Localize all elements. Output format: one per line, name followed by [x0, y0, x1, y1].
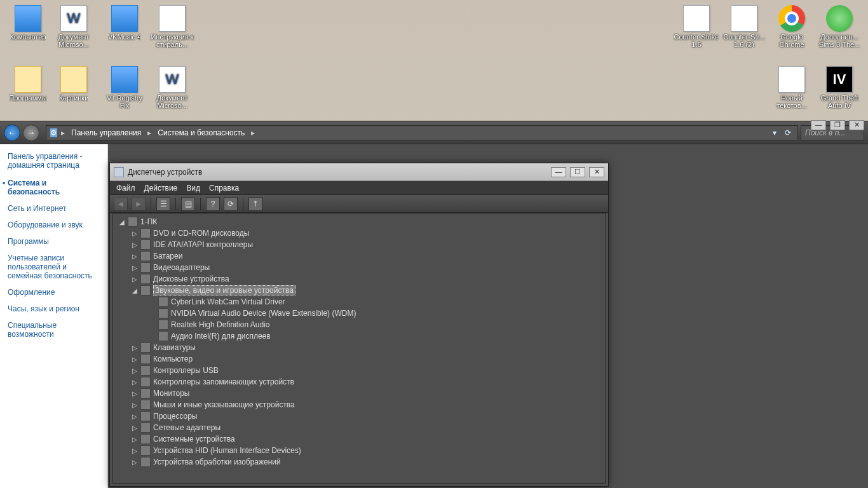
desktop-icon[interactable]: WДокумент Microso...: [149, 66, 195, 109]
toolbtn-show-hidden[interactable]: ☰: [156, 197, 170, 211]
close-button[interactable]: ✕: [589, 167, 604, 177]
expand-toggle-icon[interactable]: ▷: [131, 253, 138, 260]
expand-toggle-icon[interactable]: ▷: [131, 402, 138, 409]
desktop[interactable]: КомпьютерWДокумент Microso...VKMusic 4Ин…: [0, 0, 868, 488]
tree-item-label: Устройства HID (Human Interface Devices): [153, 446, 301, 455]
sidebar-item[interactable]: Часы, язык и регион: [0, 301, 107, 317]
device-category[interactable]: ▷IDE ATA/ATAPI контроллеры: [113, 239, 605, 250]
desktop-icon[interactable]: WДокумент Microso...: [51, 5, 97, 48]
desktop-icon[interactable]: Картинки: [51, 66, 97, 102]
device-category[interactable]: ▷Видеоадаптеры: [113, 262, 605, 273]
breadcrumb-history-dropdown[interactable]: ▾: [771, 128, 778, 137]
expand-toggle-icon[interactable]: ▷: [131, 230, 138, 237]
menu-action[interactable]: Действие: [144, 184, 178, 193]
desktop-icon[interactable]: Инструкция к стираль...: [149, 5, 195, 48]
breadcrumb-part-1[interactable]: Система и безопасность: [155, 127, 247, 139]
menu-help[interactable]: Справка: [209, 184, 239, 193]
expand-toggle-icon[interactable]: ▷: [131, 356, 138, 363]
expand-toggle-icon[interactable]: ▷: [131, 344, 138, 351]
device-item[interactable]: CyberLink WebCam Virtual Driver: [113, 296, 605, 308]
device-category[interactable]: ▷Дисковые устройства: [113, 273, 605, 285]
nav-forward-button[interactable]: →: [23, 125, 39, 141]
close-button[interactable]: ✕: [849, 120, 864, 130]
desktop-icon[interactable]: Counter-Str... 1.6 (2): [721, 5, 767, 48]
toolbtn-update-driver[interactable]: ⤒: [248, 197, 262, 211]
device-category[interactable]: ▷DVD и CD-ROM дисководы: [113, 227, 605, 239]
desktop-icon[interactable]: Google Chrome: [769, 5, 815, 48]
refresh-button[interactable]: ⟳: [782, 127, 794, 139]
device-tree[interactable]: ◢1-ПК▷DVD и CD-ROM дисководы▷IDE ATA/ATA…: [112, 213, 606, 484]
device-category[interactable]: ▷Батареи: [113, 250, 605, 262]
device-category[interactable]: ▷Процессоры: [113, 410, 605, 422]
desktop-icon[interactable]: Дополнен... Sims 3 The...: [817, 5, 862, 48]
expand-toggle-icon[interactable]: ▷: [131, 459, 138, 466]
device-category[interactable]: ▷Компьютер: [113, 353, 605, 365]
expand-toggle-icon[interactable]: ▷: [131, 367, 138, 374]
desktop-icon[interactable]: IVGrand Theft Auto IV: [817, 66, 862, 109]
sidebar-item[interactable]: Программы: [0, 233, 107, 250]
device-icon: [158, 297, 168, 307]
desktop-icon[interactable]: Компьютер: [5, 5, 51, 41]
expand-toggle-icon[interactable]: ◢: [118, 219, 125, 226]
expand-toggle-icon[interactable]: ▷: [131, 241, 138, 248]
sidebar-item[interactable]: Оборудование и звук: [0, 217, 107, 233]
breadcrumb-part-0[interactable]: Панель управления: [69, 127, 144, 139]
device-manager-titlebar[interactable]: Диспетчер устройств — ☐ ✕: [110, 163, 608, 181]
sidebar-item[interactable]: Сеть и Интернет: [0, 200, 107, 217]
sidebar-item[interactable]: Оформление: [0, 284, 107, 301]
expand-toggle-icon[interactable]: ▷: [131, 424, 138, 431]
expand-toggle-icon[interactable]: ▷: [131, 413, 138, 420]
device-manager-toolbar: ◄ ► ☰ ▤ ? ⟳ ⤒: [110, 195, 608, 213]
expand-toggle-icon[interactable]: ▷: [131, 276, 138, 283]
tree-item-label: Контроллеры USB: [153, 366, 219, 375]
restore-button[interactable]: ❐: [830, 120, 845, 130]
device-icon: [140, 285, 151, 295]
device-root[interactable]: ◢1-ПК: [113, 216, 605, 227]
app-icon: IV: [826, 66, 853, 93]
tree-item-label: Компьютер: [153, 355, 193, 363]
expand-toggle-icon[interactable]: ▷: [131, 436, 138, 443]
breadcrumb[interactable]: ⚙ ▸ Панель управления ▸ Система и безопа…: [46, 125, 798, 140]
tree-item-label: Мыши и иные указывающие устройства: [153, 400, 295, 409]
expand-toggle-icon[interactable]: ▷: [131, 447, 138, 454]
device-category[interactable]: ▷Сетевые адаптеры: [113, 422, 605, 433]
device-item[interactable]: Realtek High Definition Audio: [113, 319, 605, 330]
sidebar-item[interactable]: Учетные записи пользователей и семейная …: [0, 250, 107, 284]
device-category[interactable]: ▷Системные устройства: [113, 433, 605, 445]
device-category[interactable]: ◢Звуковые, видео и игровые устройства: [113, 285, 605, 296]
toolbtn-scan-hardware[interactable]: ⟳: [224, 197, 238, 211]
menu-view[interactable]: Вид: [186, 184, 200, 193]
desktop-icon[interactable]: Программы: [5, 66, 51, 102]
maximize-button[interactable]: ☐: [570, 167, 585, 177]
control-panel-home-link[interactable]: Панель управления - домашняя страница: [0, 144, 107, 175]
desktop-icon[interactable]: Counter-Strike 1.6: [674, 5, 719, 48]
device-category[interactable]: ▷Контроллеры USB: [113, 365, 605, 376]
tree-item-label: Сетевые адаптеры: [153, 423, 220, 432]
desktop-icon-label: Программы: [9, 94, 46, 102]
device-icon: [140, 423, 151, 433]
toolbtn-help[interactable]: ?: [206, 197, 220, 211]
device-category[interactable]: ▷Устройства HID (Human Interface Devices…: [113, 445, 605, 456]
device-category[interactable]: ▷Устройства обработки изображений: [113, 456, 605, 468]
minimize-button[interactable]: —: [811, 120, 826, 130]
expand-toggle-icon[interactable]: ▷: [131, 379, 138, 386]
tree-item-label: DVD и CD-ROM дисководы: [153, 229, 249, 238]
expand-toggle-icon[interactable]: ▷: [131, 264, 138, 271]
expand-toggle-icon[interactable]: ◢: [131, 287, 138, 294]
desktop-icon[interactable]: Новый текстов...: [769, 66, 815, 109]
device-category[interactable]: ▷Клавиатуры: [113, 342, 605, 353]
menu-file[interactable]: Файл: [116, 184, 135, 193]
toolbtn-properties[interactable]: ▤: [181, 197, 195, 211]
device-category[interactable]: ▷Мониторы: [113, 388, 605, 399]
device-category[interactable]: ▷Мыши и иные указывающие устройства: [113, 399, 605, 410]
device-item[interactable]: Аудио Intel(R) для дисплеев: [113, 330, 605, 342]
device-item[interactable]: NVIDIA Virtual Audio Device (Wave Extens…: [113, 308, 605, 319]
nav-back-button[interactable]: ←: [4, 125, 20, 141]
device-category[interactable]: ▷Контроллеры запоминающих устройств: [113, 376, 605, 388]
desktop-icon[interactable]: VKMusic 4: [102, 5, 147, 41]
desktop-icon[interactable]: Vit Registry Fix: [102, 66, 147, 109]
sidebar-item[interactable]: Специальные возможности: [0, 317, 107, 342]
sidebar-item[interactable]: Система и безопасность: [0, 175, 107, 200]
expand-toggle-icon[interactable]: ▷: [131, 390, 138, 397]
minimize-button[interactable]: —: [551, 167, 566, 177]
